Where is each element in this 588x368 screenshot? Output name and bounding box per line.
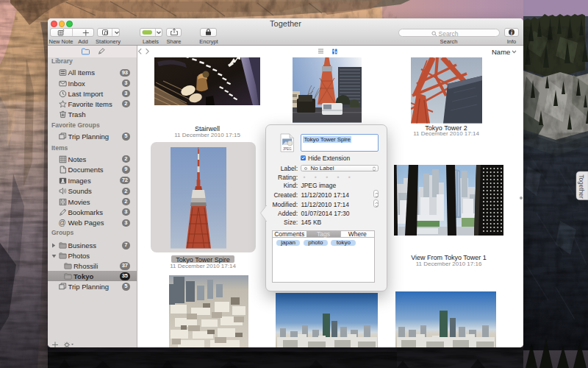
svg-text:JPEG: JPEG xyxy=(283,147,292,151)
svg-text:Together: Together xyxy=(578,174,585,199)
